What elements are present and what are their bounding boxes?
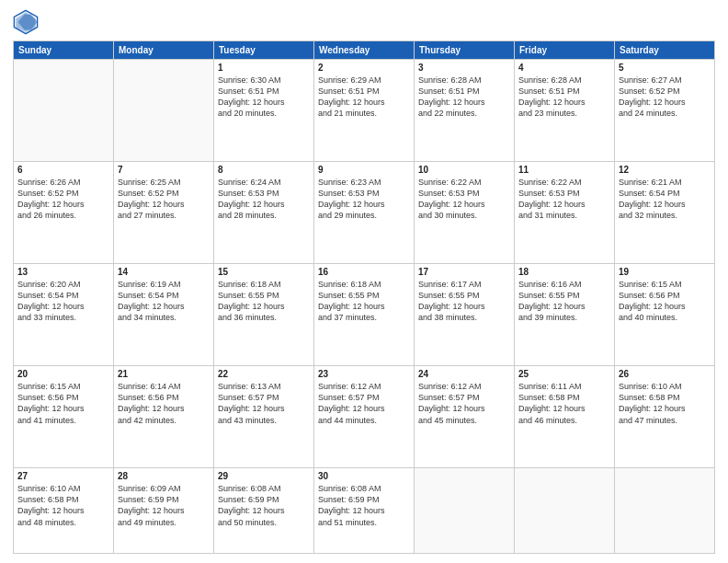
- calendar-cell: 13Sunrise: 6:20 AM Sunset: 6:54 PM Dayli…: [14, 264, 114, 366]
- calendar-table: SundayMondayTuesdayWednesdayThursdayFrid…: [13, 40, 715, 554]
- calendar-week-row: 20Sunrise: 6:15 AM Sunset: 6:56 PM Dayli…: [14, 366, 715, 468]
- day-number: 16: [318, 267, 410, 277]
- day-number: 15: [218, 267, 310, 277]
- day-number: 2: [318, 63, 410, 73]
- day-info: Sunrise: 6:23 AM Sunset: 6:53 PM Dayligh…: [318, 177, 410, 222]
- day-info: Sunrise: 6:16 AM Sunset: 6:55 PM Dayligh…: [518, 279, 610, 324]
- day-number: 1: [218, 63, 310, 73]
- day-info: Sunrise: 6:24 AM Sunset: 6:53 PM Dayligh…: [218, 177, 310, 222]
- calendar-cell: 25Sunrise: 6:11 AM Sunset: 6:58 PM Dayli…: [515, 366, 615, 468]
- day-info: Sunrise: 6:10 AM Sunset: 6:58 PM Dayligh…: [619, 381, 711, 426]
- day-info: Sunrise: 6:22 AM Sunset: 6:53 PM Dayligh…: [418, 177, 510, 222]
- day-number: 26: [619, 369, 711, 379]
- calendar-cell: 29Sunrise: 6:08 AM Sunset: 6:59 PM Dayli…: [214, 468, 314, 554]
- day-number: 5: [619, 63, 711, 73]
- calendar-cell: 28Sunrise: 6:09 AM Sunset: 6:59 PM Dayli…: [114, 468, 214, 554]
- calendar-header-row: SundayMondayTuesdayWednesdayThursdayFrid…: [14, 41, 715, 60]
- col-header-tuesday: Tuesday: [214, 41, 314, 60]
- calendar-cell: 27Sunrise: 6:10 AM Sunset: 6:58 PM Dayli…: [14, 468, 114, 554]
- day-number: 23: [318, 369, 410, 379]
- day-number: 10: [418, 165, 510, 175]
- day-info: Sunrise: 6:28 AM Sunset: 6:51 PM Dayligh…: [518, 75, 610, 120]
- day-number: 6: [17, 165, 109, 175]
- day-number: 28: [118, 471, 210, 481]
- day-info: Sunrise: 6:08 AM Sunset: 6:59 PM Dayligh…: [218, 483, 310, 528]
- logo: [13, 9, 42, 35]
- day-number: 4: [518, 63, 610, 73]
- day-info: Sunrise: 6:19 AM Sunset: 6:54 PM Dayligh…: [118, 279, 210, 324]
- day-number: 13: [17, 267, 109, 277]
- day-info: Sunrise: 6:22 AM Sunset: 6:53 PM Dayligh…: [518, 177, 610, 222]
- calendar-cell: 26Sunrise: 6:10 AM Sunset: 6:58 PM Dayli…: [615, 366, 715, 468]
- calendar-cell: 1Sunrise: 6:30 AM Sunset: 6:51 PM Daylig…: [214, 60, 314, 162]
- day-info: Sunrise: 6:14 AM Sunset: 6:56 PM Dayligh…: [118, 381, 210, 426]
- page: SundayMondayTuesdayWednesdayThursdayFrid…: [0, 0, 728, 563]
- calendar-cell: 15Sunrise: 6:18 AM Sunset: 6:55 PM Dayli…: [214, 264, 314, 366]
- calendar-week-row: 1Sunrise: 6:30 AM Sunset: 6:51 PM Daylig…: [14, 60, 715, 162]
- calendar-cell: [515, 468, 615, 554]
- col-header-thursday: Thursday: [415, 41, 515, 60]
- day-info: Sunrise: 6:17 AM Sunset: 6:55 PM Dayligh…: [418, 279, 510, 324]
- calendar-cell: 8Sunrise: 6:24 AM Sunset: 6:53 PM Daylig…: [214, 162, 314, 264]
- day-number: 8: [218, 165, 310, 175]
- day-number: 14: [118, 267, 210, 277]
- calendar-cell: 10Sunrise: 6:22 AM Sunset: 6:53 PM Dayli…: [415, 162, 515, 264]
- calendar-cell: 12Sunrise: 6:21 AM Sunset: 6:54 PM Dayli…: [615, 162, 715, 264]
- calendar-cell: 16Sunrise: 6:18 AM Sunset: 6:55 PM Dayli…: [314, 264, 415, 366]
- calendar-cell: 4Sunrise: 6:28 AM Sunset: 6:51 PM Daylig…: [515, 60, 615, 162]
- day-info: Sunrise: 6:21 AM Sunset: 6:54 PM Dayligh…: [619, 177, 711, 222]
- calendar-cell: 24Sunrise: 6:12 AM Sunset: 6:57 PM Dayli…: [415, 366, 515, 468]
- day-number: 7: [118, 165, 210, 175]
- day-number: 3: [418, 63, 510, 73]
- day-info: Sunrise: 6:25 AM Sunset: 6:52 PM Dayligh…: [118, 177, 210, 222]
- day-info: Sunrise: 6:15 AM Sunset: 6:56 PM Dayligh…: [17, 381, 109, 426]
- calendar-cell: 30Sunrise: 6:08 AM Sunset: 6:59 PM Dayli…: [314, 468, 415, 554]
- day-info: Sunrise: 6:26 AM Sunset: 6:52 PM Dayligh…: [17, 177, 109, 222]
- col-header-wednesday: Wednesday: [314, 41, 415, 60]
- calendar-cell: [615, 468, 715, 554]
- day-info: Sunrise: 6:29 AM Sunset: 6:51 PM Dayligh…: [318, 75, 410, 120]
- day-number: 22: [218, 369, 310, 379]
- calendar-cell: 7Sunrise: 6:25 AM Sunset: 6:52 PM Daylig…: [114, 162, 214, 264]
- calendar-cell: 17Sunrise: 6:17 AM Sunset: 6:55 PM Dayli…: [415, 264, 515, 366]
- calendar-cell: [14, 60, 114, 162]
- calendar-cell: 3Sunrise: 6:28 AM Sunset: 6:51 PM Daylig…: [415, 60, 515, 162]
- day-number: 9: [318, 165, 410, 175]
- day-info: Sunrise: 6:18 AM Sunset: 6:55 PM Dayligh…: [218, 279, 310, 324]
- day-number: 20: [17, 369, 109, 379]
- day-number: 25: [518, 369, 610, 379]
- calendar-cell: 11Sunrise: 6:22 AM Sunset: 6:53 PM Dayli…: [515, 162, 615, 264]
- day-info: Sunrise: 6:11 AM Sunset: 6:58 PM Dayligh…: [518, 381, 610, 426]
- calendar-cell: 14Sunrise: 6:19 AM Sunset: 6:54 PM Dayli…: [114, 264, 214, 366]
- svg-marker-3: [17, 13, 36, 32]
- day-number: 29: [218, 471, 310, 481]
- calendar-cell: 9Sunrise: 6:23 AM Sunset: 6:53 PM Daylig…: [314, 162, 415, 264]
- col-header-sunday: Sunday: [14, 41, 114, 60]
- calendar-cell: 6Sunrise: 6:26 AM Sunset: 6:52 PM Daylig…: [14, 162, 114, 264]
- day-number: 21: [118, 369, 210, 379]
- calendar-week-row: 27Sunrise: 6:10 AM Sunset: 6:58 PM Dayli…: [14, 468, 715, 554]
- day-info: Sunrise: 6:09 AM Sunset: 6:59 PM Dayligh…: [118, 483, 210, 528]
- col-header-saturday: Saturday: [615, 41, 715, 60]
- day-info: Sunrise: 6:15 AM Sunset: 6:56 PM Dayligh…: [619, 279, 711, 324]
- day-number: 11: [518, 165, 610, 175]
- day-number: 12: [619, 165, 711, 175]
- day-number: 17: [418, 267, 510, 277]
- calendar-cell: 22Sunrise: 6:13 AM Sunset: 6:57 PM Dayli…: [214, 366, 314, 468]
- col-header-friday: Friday: [515, 41, 615, 60]
- day-info: Sunrise: 6:30 AM Sunset: 6:51 PM Dayligh…: [218, 75, 310, 120]
- calendar-week-row: 6Sunrise: 6:26 AM Sunset: 6:52 PM Daylig…: [14, 162, 715, 264]
- day-info: Sunrise: 6:12 AM Sunset: 6:57 PM Dayligh…: [418, 381, 510, 426]
- calendar-cell: 2Sunrise: 6:29 AM Sunset: 6:51 PM Daylig…: [314, 60, 415, 162]
- calendar-cell: [114, 60, 214, 162]
- day-info: Sunrise: 6:28 AM Sunset: 6:51 PM Dayligh…: [418, 75, 510, 120]
- day-info: Sunrise: 6:08 AM Sunset: 6:59 PM Dayligh…: [318, 483, 410, 528]
- calendar-cell: 19Sunrise: 6:15 AM Sunset: 6:56 PM Dayli…: [615, 264, 715, 366]
- day-info: Sunrise: 6:10 AM Sunset: 6:58 PM Dayligh…: [17, 483, 109, 528]
- calendar-cell: 20Sunrise: 6:15 AM Sunset: 6:56 PM Dayli…: [14, 366, 114, 468]
- calendar-cell: 21Sunrise: 6:14 AM Sunset: 6:56 PM Dayli…: [114, 366, 214, 468]
- day-number: 18: [518, 267, 610, 277]
- day-number: 30: [318, 471, 410, 481]
- calendar-cell: 23Sunrise: 6:12 AM Sunset: 6:57 PM Dayli…: [314, 366, 415, 468]
- day-number: 24: [418, 369, 510, 379]
